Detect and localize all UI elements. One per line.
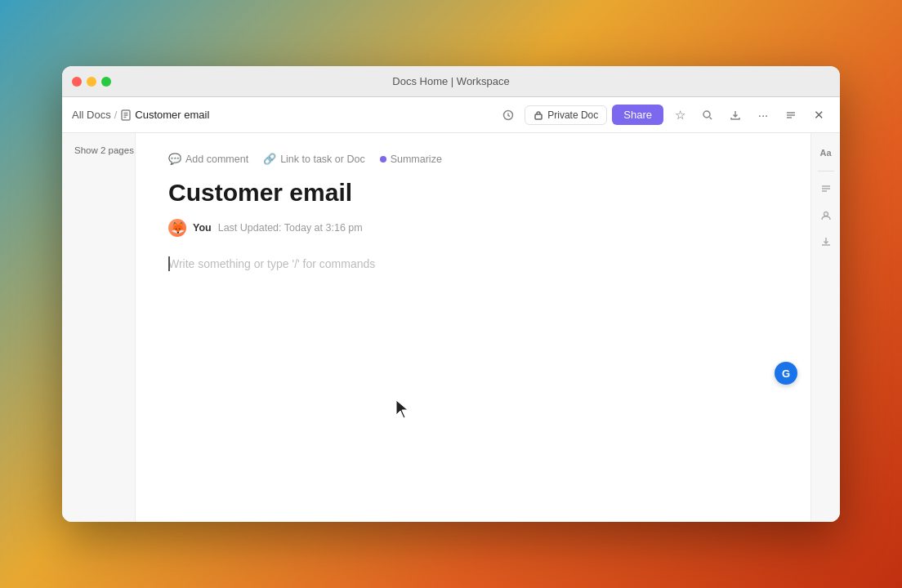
show-pages-button[interactable]: Show 2 pages bbox=[70, 145, 127, 155]
titlebar: Docs Home | Workspace bbox=[62, 66, 840, 97]
search-toolbar-button[interactable] bbox=[696, 104, 719, 127]
export-toolbar-button[interactable] bbox=[724, 104, 747, 127]
svg-rect-5 bbox=[535, 114, 542, 119]
lock-icon bbox=[534, 110, 543, 120]
minimize-button[interactable] bbox=[87, 77, 96, 87]
font-size-icon[interactable]: Aa bbox=[815, 141, 837, 164]
author-row: 🦊 You Last Updated: Today at 3:16 pm bbox=[168, 219, 778, 237]
close-doc-button[interactable]: ✕ bbox=[807, 104, 830, 127]
link-icon: 🔗 bbox=[263, 153, 276, 165]
window-title: Docs Home | Workspace bbox=[392, 75, 509, 87]
star-toolbar-button[interactable]: ☆ bbox=[668, 104, 691, 127]
left-sidebar: Show 2 pages bbox=[62, 133, 136, 522]
toolbar-right: Private Doc Share ☆ ··· ✕ bbox=[497, 104, 830, 127]
traffic-lights bbox=[72, 77, 111, 87]
main-layout: Show 2 pages 💬 Add comment 🔗 Link to tas… bbox=[62, 133, 840, 522]
author-avatar: 🦊 bbox=[168, 219, 186, 237]
breadcrumb-separator: / bbox=[114, 109, 118, 121]
contributors-icon[interactable] bbox=[815, 204, 837, 227]
link-to-task-action[interactable]: 🔗 Link to task or Doc bbox=[263, 153, 365, 165]
more-options-button[interactable]: ··· bbox=[752, 104, 775, 127]
comment-icon: 💬 bbox=[168, 153, 181, 165]
svg-point-12 bbox=[824, 212, 828, 216]
right-sidebar: Aa bbox=[810, 133, 840, 522]
toolbar: All Docs / Customer email bbox=[62, 97, 840, 133]
right-sidebar-divider bbox=[818, 171, 834, 172]
breadcrumb: All Docs / Customer email bbox=[72, 109, 490, 121]
last-updated-label: Last Updated: Today at 3:16 pm bbox=[218, 222, 363, 234]
app-window: Docs Home | Workspace All Docs / Custome… bbox=[62, 66, 840, 522]
collapse-button[interactable] bbox=[779, 104, 802, 127]
summarize-action[interactable]: Summarize bbox=[380, 154, 442, 165]
action-bar: 💬 Add comment 🔗 Link to task or Doc Summ… bbox=[168, 153, 778, 165]
maximize-button[interactable] bbox=[101, 77, 111, 87]
content-area[interactable]: 💬 Add comment 🔗 Link to task or Doc Summ… bbox=[136, 133, 810, 522]
doc-icon bbox=[120, 109, 132, 121]
share-button[interactable]: Share bbox=[612, 105, 663, 125]
add-comment-action[interactable]: 💬 Add comment bbox=[168, 153, 248, 165]
document-title: Customer email bbox=[168, 178, 778, 207]
editor-placeholder: Write something or type '/' for commands bbox=[168, 257, 375, 270]
toc-icon[interactable] bbox=[815, 178, 837, 201]
download-sidebar-icon[interactable] bbox=[815, 230, 837, 253]
private-doc-button[interactable]: Private Doc bbox=[525, 105, 607, 125]
editor-area[interactable]: Write something or type '/' for commands bbox=[168, 256, 778, 271]
author-name: You bbox=[193, 222, 212, 234]
toolbar-extra-icon[interactable] bbox=[497, 104, 520, 127]
text-cursor bbox=[168, 256, 170, 271]
summarize-dot-icon bbox=[380, 156, 386, 163]
breadcrumb-current: Customer email bbox=[120, 109, 209, 121]
svg-point-6 bbox=[703, 111, 710, 118]
g-floating-button[interactable]: G bbox=[775, 362, 797, 385]
close-button[interactable] bbox=[72, 77, 82, 87]
breadcrumb-parent[interactable]: All Docs bbox=[72, 109, 111, 121]
